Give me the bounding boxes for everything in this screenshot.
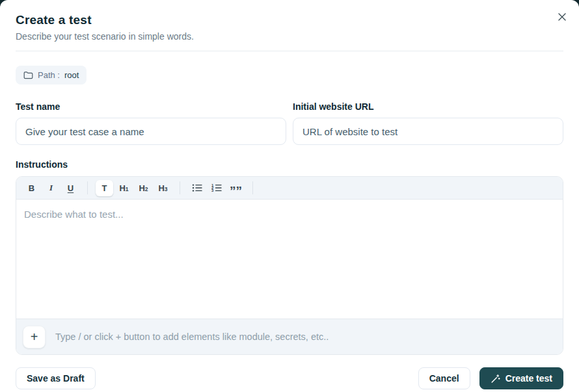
text-style-button[interactable]: T: [96, 180, 113, 196]
test-name-group: Test name: [16, 101, 286, 145]
ordered-list-button[interactable]: 1 2 3: [208, 180, 225, 196]
test-name-input[interactable]: [16, 118, 286, 145]
heading-3-button[interactable]: H3: [154, 180, 172, 196]
instructions-label: Instructions: [16, 159, 563, 170]
add-element-hint: Type / or click + button to add elements…: [55, 332, 329, 342]
h3-icon: H: [158, 183, 164, 193]
editor-toolbar: B I U T H1 H2 H3 1: [16, 177, 563, 200]
dialog-footer: Save as Draft Cancel Create test: [16, 367, 563, 389]
ordered-list-icon: 1 2 3: [211, 183, 222, 192]
bullet-list-button[interactable]: [188, 180, 206, 196]
wand-icon: [491, 374, 500, 384]
header-divider: [16, 51, 563, 51]
blockquote-button[interactable]: ””: [227, 180, 245, 196]
cancel-button[interactable]: Cancel: [418, 367, 470, 389]
italic-icon: I: [49, 183, 53, 193]
website-url-label: Initial website URL: [293, 101, 563, 112]
underline-button[interactable]: U: [62, 180, 79, 196]
page-subtitle: Describe your test scenario in simple wo…: [16, 31, 563, 42]
heading-1-button[interactable]: H1: [115, 180, 133, 196]
create-test-dialog: Create a test Describe your test scenari…: [0, 0, 579, 392]
bold-button[interactable]: B: [23, 180, 40, 196]
blockquote-icon: ””: [230, 184, 242, 198]
plus-icon: +: [31, 330, 38, 343]
path-badge-label: Path :: [38, 70, 60, 80]
h1-icon: H: [119, 183, 125, 193]
website-url-input[interactable]: [293, 118, 563, 145]
create-test-button[interactable]: Create test: [479, 367, 563, 389]
add-element-button[interactable]: +: [23, 326, 46, 348]
editor-footer: + Type / or click + button to add elemen…: [16, 319, 563, 354]
folder-icon: [23, 71, 33, 79]
path-badge-value: root: [64, 70, 79, 80]
instructions-placeholder: Describe what to test...: [24, 209, 555, 220]
bold-icon: B: [29, 183, 34, 193]
path-badge: Path : root: [16, 66, 87, 85]
text-icon: T: [102, 183, 107, 193]
underline-icon: U: [68, 183, 74, 193]
instructions-editor: B I U T H1 H2 H3 1: [16, 176, 563, 355]
create-test-label: Create test: [505, 373, 552, 384]
instructions-textarea[interactable]: Describe what to test...: [16, 200, 563, 319]
dialog-header: Create a test Describe your test scenari…: [0, 0, 579, 42]
save-as-draft-button[interactable]: Save as Draft: [16, 367, 96, 389]
h2-icon: H: [139, 183, 144, 193]
website-url-group: Initial website URL: [293, 101, 563, 145]
svg-text:3: 3: [211, 189, 214, 192]
toolbar-separator: [252, 181, 253, 194]
heading-2-button[interactable]: H2: [135, 180, 152, 196]
toolbar-separator: [180, 181, 180, 194]
test-name-label: Test name: [16, 101, 286, 112]
close-button[interactable]: [554, 9, 570, 25]
bullet-list-icon: [192, 183, 202, 192]
page-title: Create a test: [16, 13, 563, 27]
toolbar-separator: [87, 181, 88, 194]
italic-button[interactable]: I: [42, 180, 60, 196]
close-icon: [558, 12, 567, 21]
